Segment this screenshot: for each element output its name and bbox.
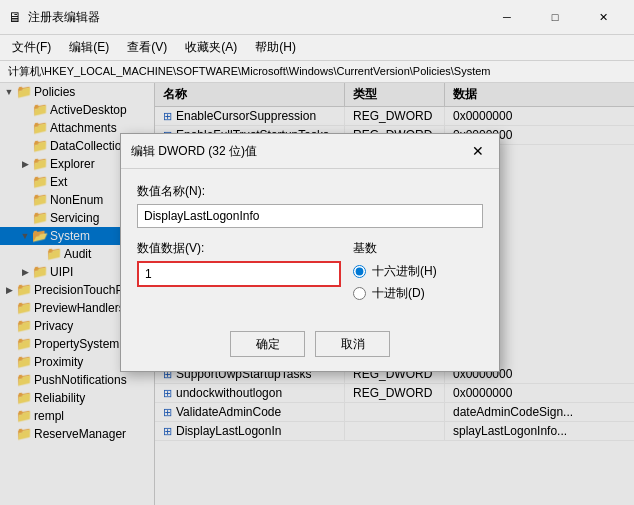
base-label: 基数 [353, 240, 483, 257]
ok-button[interactable]: 确定 [230, 331, 305, 357]
maximize-button[interactable]: □ [532, 6, 578, 28]
menu-favorites[interactable]: 收藏夹(A) [177, 37, 245, 58]
value-name-label: 数值名称(N): [137, 183, 483, 200]
address-bar: 计算机\HKEY_LOCAL_MACHINE\SOFTWARE\Microsof… [0, 61, 634, 83]
title-bar-left: 🖥 注册表编辑器 [8, 9, 100, 26]
dialog-buttons: 确定 取消 [121, 321, 499, 371]
main-area: ▼ 📁 Policies 📁 ActiveDesktop 📁 Attachmen… [0, 83, 634, 505]
app-icon: 🖥 [8, 9, 22, 25]
dialog-title: 编辑 DWORD (32 位)值 [131, 143, 257, 160]
window-title: 注册表编辑器 [28, 9, 100, 26]
dec-radio-label[interactable]: 十进制(D) [353, 285, 483, 302]
cancel-button[interactable]: 取消 [315, 331, 390, 357]
value-data-label: 数值数据(V): [137, 240, 341, 257]
value-data-input[interactable] [137, 261, 341, 287]
dec-radio[interactable] [353, 287, 366, 300]
hex-radio-label[interactable]: 十六进制(H) [353, 263, 483, 280]
menu-view[interactable]: 查看(V) [119, 37, 175, 58]
dialog-close-button[interactable]: ✕ [467, 140, 489, 162]
value-data-section: 数值数据(V): [137, 240, 341, 287]
edit-dword-dialog: 编辑 DWORD (32 位)值 ✕ 数值名称(N): DisplayLastL… [120, 133, 500, 372]
address-text: 计算机\HKEY_LOCAL_MACHINE\SOFTWARE\Microsof… [8, 65, 491, 77]
hex-radio[interactable] [353, 265, 366, 278]
dialog-bottom-section: 数值数据(V): 基数 十六进制(H) 十进制(D) [137, 240, 483, 307]
menu-edit[interactable]: 编辑(E) [61, 37, 117, 58]
base-section: 基数 十六进制(H) 十进制(D) [353, 240, 483, 307]
value-name-display: DisplayLastLogonInfo [137, 204, 483, 228]
minimize-button[interactable]: ─ [484, 6, 530, 28]
menu-file[interactable]: 文件(F) [4, 37, 59, 58]
dialog-title-bar: 编辑 DWORD (32 位)值 ✕ [121, 134, 499, 169]
menu-bar: 文件(F) 编辑(E) 查看(V) 收藏夹(A) 帮助(H) [0, 35, 634, 61]
title-bar: 🖥 注册表编辑器 ─ □ ✕ [0, 0, 634, 35]
dec-label: 十进制(D) [372, 285, 425, 302]
menu-help[interactable]: 帮助(H) [247, 37, 304, 58]
title-controls: ─ □ ✕ [484, 6, 626, 28]
dialog-body: 数值名称(N): DisplayLastLogonInfo 数值数据(V): 基… [121, 169, 499, 321]
close-button[interactable]: ✕ [580, 6, 626, 28]
hex-label: 十六进制(H) [372, 263, 437, 280]
